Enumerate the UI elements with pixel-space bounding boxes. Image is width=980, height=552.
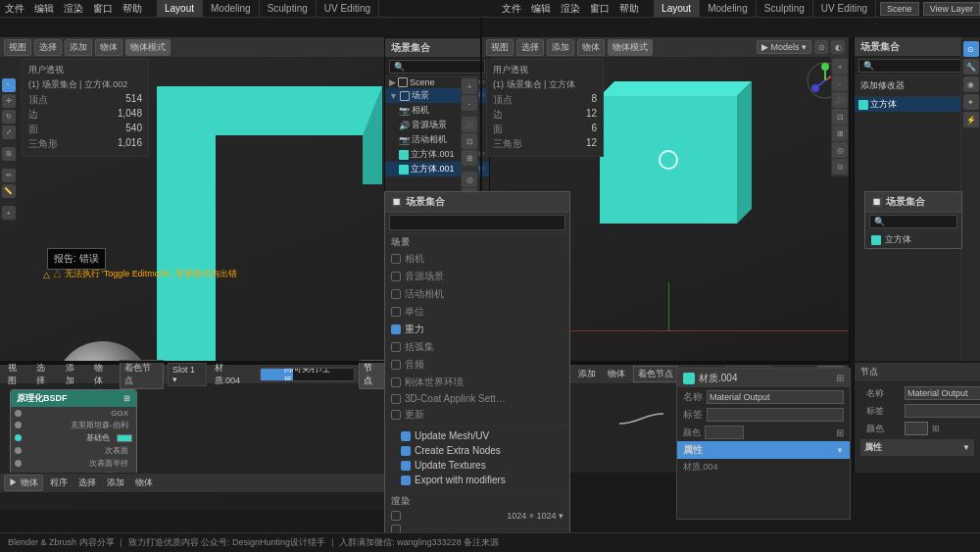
bsp-createex[interactable]: Create Extra Nodes (385, 443, 569, 458)
bsp-rigid-check[interactable] (391, 377, 401, 387)
right-object-menu[interactable]: 物体 (577, 39, 605, 56)
bsp-resolution[interactable]: 1024 × 1024 ▾ (385, 509, 569, 523)
bsp-bracket-check[interactable] (391, 342, 401, 352)
rp-label-input[interactable] (905, 404, 980, 418)
right-overlay-btn[interactable]: ⊙ (814, 40, 828, 54)
mp-attributes-section[interactable]: 属性 ▼ (677, 441, 850, 459)
left-bt-select[interactable]: 选择 (74, 476, 100, 490)
menu-file-left[interactable]: 文件 (0, 0, 29, 17)
tool-move[interactable]: ✛ (2, 94, 16, 108)
mp-expand-icon[interactable]: ⊞ (836, 373, 844, 383)
tab-modeling-right[interactable]: Modeling (700, 0, 757, 17)
local-view-btn[interactable]: ⊞ (462, 150, 477, 166)
tool-transform[interactable]: ⊞ (2, 147, 16, 161)
left-add-menu[interactable]: 添加 (65, 39, 92, 56)
br-object-menu[interactable]: 物体 (604, 367, 629, 381)
bsp-active-cam[interactable]: 活动相机 (385, 285, 569, 303)
bsp-updtex[interactable]: Update Textures (385, 458, 569, 473)
props-material[interactable]: ◉ (963, 76, 979, 92)
camera-btn[interactable]: 🎥 (462, 117, 477, 132)
props-modifier[interactable]: 🔧 (963, 59, 979, 75)
bsp-createex-check[interactable] (401, 446, 411, 456)
bsp-gravity-check[interactable] (391, 325, 401, 334)
bsp-exportmod[interactable]: Export with modifiers (385, 473, 569, 487)
menu-window-right[interactable]: 窗口 (585, 0, 614, 17)
tab-uved-right[interactable]: UV Editing (813, 0, 876, 17)
mp-name-input[interactable] (707, 390, 844, 404)
right-camera-btn[interactable]: 🎥 (832, 92, 848, 108)
menu-help-left[interactable]: 帮助 (118, 0, 147, 17)
menu-edit-left[interactable]: 编辑 (29, 0, 59, 17)
left-mode-btn[interactable]: 物体模式 (125, 39, 171, 56)
view-layer-selector[interactable]: View Layer (923, 2, 980, 16)
right-frame-btn[interactable]: ⊡ (832, 109, 848, 125)
bsp-audio[interactable]: 音频 (385, 356, 569, 374)
principled-bsdf-node[interactable]: 原理化BSDF ⊞ GGX 克里斯坦森-伯利 基础色 (10, 389, 137, 475)
bsp-3dcoat[interactable]: 3D-Coat Applink Sett… (385, 391, 569, 406)
tool-rotate[interactable]: ↻ (2, 110, 16, 124)
mp-color-picker[interactable] (705, 426, 744, 439)
zoom-in-btn[interactable]: + (462, 78, 477, 94)
right-snap-btn[interactable]: ⊙ (832, 159, 848, 175)
left-bt-object[interactable]: ▶ 物体 (4, 475, 43, 491)
outliner-search-input[interactable] (389, 60, 485, 74)
mp-attr-collapse[interactable]: ▼ (836, 446, 844, 455)
tool-scale[interactable]: ⤢ (2, 125, 16, 139)
proportional-btn[interactable]: ◎ (462, 172, 477, 187)
tool-add[interactable]: + (2, 206, 16, 220)
left-bt-add[interactable]: 添加 (103, 476, 128, 490)
bsp-bracket[interactable]: 括弧集 (385, 338, 569, 356)
right-add-menu[interactable]: 添加 (547, 39, 574, 56)
props-physics[interactable]: ⚡ (963, 112, 979, 127)
tab-sculpting-right[interactable]: Sculpting (757, 0, 813, 17)
tool-cursor[interactable]: ↖ (2, 78, 16, 92)
br-add-menu[interactable]: 添加 (574, 367, 600, 381)
bsp-unit-check[interactable] (391, 307, 401, 317)
rp-expand[interactable]: ⊞ (932, 424, 940, 433)
menu-edit-right[interactable]: 编辑 (526, 0, 556, 17)
right-prop-btn[interactable]: ◎ (832, 142, 848, 158)
right-shading-btn[interactable]: ◐ (831, 40, 845, 54)
right-zoom-out[interactable]: - (832, 75, 848, 91)
bsp-3dcoat-check[interactable] (391, 394, 401, 404)
props-object[interactable]: ⊙ (963, 41, 979, 57)
left-object-menu[interactable]: 物体 (95, 39, 122, 56)
menu-window-left[interactable]: 窗口 (88, 0, 118, 17)
left-bt-object2[interactable]: 物体 (131, 476, 157, 490)
left-select-menu[interactable]: 选择 (34, 39, 62, 56)
right-mode-btn[interactable]: 物体模式 (608, 39, 653, 56)
right-local-btn[interactable]: ⊞ (832, 125, 848, 141)
bsp-update-check[interactable] (391, 410, 401, 420)
ssp-search-input[interactable] (869, 215, 957, 228)
scene-popup-search-input[interactable] (389, 215, 565, 230)
bsp-camera[interactable]: 相机 (385, 250, 569, 268)
left-view-menu[interactable]: 视图 (4, 39, 31, 56)
rp-attr-section[interactable]: 属性 ▼ (860, 439, 974, 456)
props-particle[interactable]: ✦ (963, 94, 979, 110)
bsp-update[interactable]: 更新 (385, 406, 569, 424)
menu-render-right[interactable]: 渲染 (556, 0, 585, 17)
bsp-speaker-check[interactable] (391, 272, 401, 281)
bsp-updtex-check[interactable] (401, 461, 411, 471)
scene-selector[interactable]: Scene (880, 2, 919, 16)
base-color-swatch[interactable] (117, 434, 132, 442)
tab-modeling-left[interactable]: Modeling (203, 0, 260, 17)
bsp-camera-check[interactable] (391, 254, 401, 264)
right-outliner-search-input[interactable] (858, 59, 976, 73)
bsp-resolution-check[interactable] (391, 511, 401, 521)
bsp-active-cam-check[interactable] (391, 289, 401, 299)
menu-render-left[interactable]: 渲染 (59, 0, 88, 17)
left-bt-program[interactable]: 程序 (46, 476, 72, 490)
mp-label-input[interactable] (707, 408, 844, 422)
bsp-gravity[interactable]: 重力 (385, 321, 569, 338)
tab-sculpting-left[interactable]: Sculpting (260, 0, 317, 17)
bsp-exportmod-check[interactable] (401, 476, 411, 485)
bsp-audio-check[interactable] (391, 360, 401, 370)
frame-all-btn[interactable]: ⊡ (462, 133, 477, 149)
tab-uv-left[interactable]: UV Editing (317, 0, 379, 17)
bsp-unit[interactable]: 单位 (385, 303, 569, 321)
ssp-cube-item[interactable]: 立方体 (865, 231, 961, 248)
right-view-menu[interactable]: 视图 (486, 39, 514, 56)
rp-color-swatch[interactable] (905, 422, 928, 435)
menu-help-right[interactable]: 帮助 (614, 0, 644, 17)
